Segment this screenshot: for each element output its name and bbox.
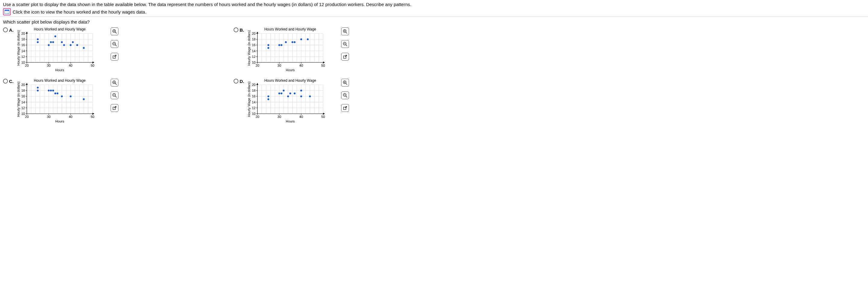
svg-point-50: [37, 38, 38, 40]
zoom-out-button[interactable]: [111, 40, 119, 48]
zoom-in-button[interactable]: [341, 79, 349, 87]
svg-text:18: 18: [252, 89, 255, 92]
zoom-in-button[interactable]: [111, 79, 119, 87]
choice-label-b: B.: [240, 28, 244, 32]
svg-point-190: [52, 90, 54, 91]
zoom-in-button[interactable]: [341, 27, 349, 35]
svg-point-121: [278, 44, 280, 46]
svg-line-201: [115, 96, 117, 97]
svg-point-125: [294, 41, 296, 43]
radio-c[interactable]: [3, 79, 8, 84]
scatter-plot-d: Hours Worked and Hourly Wage203040501012…: [247, 78, 335, 123]
svg-point-51: [48, 44, 50, 46]
choice-c[interactable]: C. Hours Worked and Hourly Wage203040501…: [3, 78, 234, 123]
svg-text:20: 20: [25, 115, 29, 118]
svg-point-260: [289, 93, 291, 94]
svg-text:30: 30: [47, 115, 51, 118]
svg-text:Hours Worked and Hourly Wage: Hours Worked and Hourly Wage: [34, 27, 86, 31]
radio-a[interactable]: [3, 27, 8, 32]
divider: [0, 17, 868, 17]
svg-marker-95: [256, 32, 258, 33]
svg-line-129: [346, 32, 347, 33]
zoom-out-button[interactable]: [341, 40, 349, 48]
popout-button[interactable]: [111, 53, 119, 61]
svg-text:14: 14: [22, 49, 25, 53]
svg-point-122: [281, 44, 282, 46]
svg-text:14: 14: [252, 101, 255, 104]
svg-text:18: 18: [22, 37, 25, 41]
svg-text:10: 10: [252, 112, 255, 115]
svg-point-126: [300, 38, 302, 40]
zoom-in-button[interactable]: [111, 27, 119, 35]
svg-marker-231: [323, 113, 325, 115]
svg-point-53: [52, 41, 54, 43]
scatter-plot-c: Hours Worked and Hourly Wage203040501012…: [17, 78, 104, 123]
svg-text:20: 20: [252, 83, 255, 87]
svg-text:Hours: Hours: [286, 68, 295, 72]
popout-button[interactable]: [111, 104, 119, 112]
svg-text:10: 10: [22, 112, 25, 115]
svg-point-187: [37, 87, 38, 89]
choice-b[interactable]: B. Hours Worked and Hourly Wage203040501…: [234, 27, 464, 72]
popout-button[interactable]: [341, 104, 349, 112]
svg-text:30: 30: [47, 64, 51, 67]
svg-text:20: 20: [255, 115, 259, 118]
radio-b[interactable]: [234, 27, 239, 32]
zoom-out-button[interactable]: [111, 91, 119, 99]
svg-line-62: [115, 32, 117, 33]
svg-point-119: [267, 47, 269, 49]
svg-point-194: [70, 95, 71, 97]
svg-text:50: 50: [321, 64, 325, 67]
icon-line-text: Click the icon to view the hours worked …: [13, 9, 147, 15]
view-data-table-button[interactable]: [3, 8, 11, 16]
svg-text:Hours Worked and Hourly Wage: Hours Worked and Hourly Wage: [34, 78, 86, 83]
problem-intro: Use a scatter plot to display the data s…: [3, 2, 865, 7]
svg-point-255: [267, 95, 269, 97]
svg-point-186: [37, 90, 38, 91]
svg-marker-96: [323, 61, 325, 63]
radio-d[interactable]: [234, 79, 239, 84]
svg-text:16: 16: [22, 43, 25, 47]
svg-point-256: [278, 93, 280, 94]
svg-marker-162: [26, 83, 28, 85]
svg-point-189: [50, 90, 52, 91]
choice-a[interactable]: A. Hours Worked and Hourly Wage203040501…: [3, 27, 234, 72]
zoom-out-button[interactable]: [341, 91, 349, 99]
svg-point-58: [72, 41, 74, 43]
svg-point-49: [37, 41, 38, 43]
choice-label-c: C.: [9, 79, 13, 84]
svg-text:12: 12: [22, 106, 25, 110]
svg-line-133: [346, 45, 347, 46]
popout-button[interactable]: [341, 53, 349, 61]
svg-marker-163: [93, 113, 94, 115]
scatter-plot-a: Hours Worked and Hourly Wage203040501012…: [17, 27, 104, 72]
svg-text:20: 20: [22, 83, 25, 87]
svg-text:16: 16: [252, 94, 255, 98]
table-icon: [4, 10, 9, 14]
svg-text:30: 30: [278, 64, 281, 67]
svg-point-192: [57, 93, 59, 94]
svg-line-270: [346, 96, 347, 97]
svg-text:40: 40: [69, 115, 72, 118]
svg-text:Hourly Wage (in dollars): Hourly Wage (in dollars): [247, 30, 251, 66]
svg-text:Hours Worked and Hourly Wage: Hours Worked and Hourly Wage: [264, 27, 316, 31]
svg-text:20: 20: [22, 32, 25, 35]
choice-label-d: D.: [240, 79, 244, 84]
choice-label-a: A.: [9, 28, 13, 32]
svg-text:Hours: Hours: [55, 68, 64, 72]
svg-point-124: [291, 41, 293, 43]
svg-point-257: [281, 93, 282, 94]
svg-point-59: [76, 44, 78, 46]
svg-text:50: 50: [321, 115, 325, 118]
svg-point-195: [83, 98, 85, 100]
svg-point-254: [267, 98, 269, 100]
svg-point-56: [63, 44, 65, 46]
svg-marker-25: [26, 32, 28, 33]
svg-line-197: [115, 83, 117, 85]
svg-text:40: 40: [299, 64, 303, 67]
choice-d[interactable]: D. Hours Worked and Hourly Wage203040501…: [234, 78, 464, 123]
svg-point-264: [309, 95, 311, 97]
svg-text:Hourly Wage (in dollars): Hourly Wage (in dollars): [247, 81, 251, 117]
svg-text:18: 18: [22, 89, 25, 92]
svg-point-191: [54, 93, 56, 94]
